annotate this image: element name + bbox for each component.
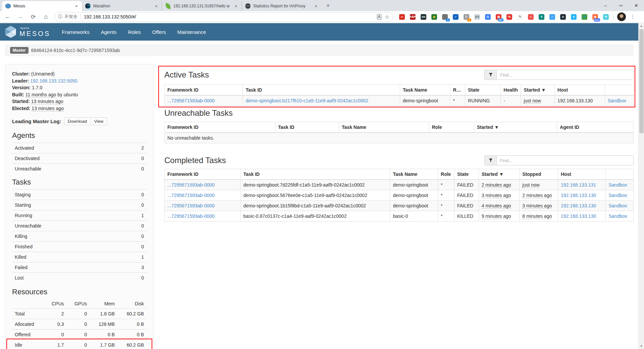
extension-icon[interactable]: ✓: [549, 14, 555, 20]
scroll-up-icon[interactable]: [639, 23, 644, 29]
column-header[interactable]: Role: [429, 122, 474, 133]
column-header[interactable]: Agent ID: [557, 122, 634, 133]
extension-icon[interactable]: G: [485, 14, 491, 20]
column-header[interactable]: Task ID: [243, 85, 400, 96]
column-header[interactable]: State: [465, 85, 501, 96]
extension-icon[interactable]: ➤: [571, 14, 577, 20]
column-header[interactable]: Stopped: [520, 169, 558, 180]
column-header[interactable]: [606, 169, 634, 180]
task-name-cell: demo-springboot: [390, 190, 438, 201]
extension-icon[interactable]: C 1: [464, 14, 469, 20]
extension-icon[interactable]: ≡: [528, 14, 534, 20]
column-header[interactable]: Framework ID: [165, 85, 243, 96]
window-maximize-button[interactable]: [613, 0, 629, 11]
back-button[interactable]: [3, 12, 13, 22]
address-bar[interactable]: 不安全 192.168.133.132:5050/#/: [54, 12, 393, 21]
host-link[interactable]: 192.168.133.131: [561, 182, 596, 188]
sandbox-link[interactable]: Sandbox: [608, 213, 627, 219]
page-scrollbar[interactable]: [638, 23, 644, 349]
host-link[interactable]: 192.168.133.130: [561, 213, 596, 219]
column-header[interactable]: Framework ID: [165, 169, 240, 180]
log-button[interactable]: View: [91, 117, 107, 125]
column-header[interactable]: Task ID: [275, 122, 339, 133]
browser-tab[interactable]: Marathon: [82, 1, 162, 11]
tab-close-icon[interactable]: [154, 3, 159, 9]
host-link[interactable]: 192.168.133.130: [561, 203, 596, 208]
profile-avatar[interactable]: [617, 12, 626, 21]
bookmark-star-icon[interactable]: [385, 14, 389, 20]
completed-find-input[interactable]: [496, 155, 634, 165]
column-header[interactable]: Started ▼: [474, 122, 557, 133]
extension-icon[interactable]: S: [539, 14, 544, 20]
extension-icon[interactable]: ✓: [453, 14, 459, 20]
framework-id-link[interactable]: ...7295671593ab-0000: [167, 193, 215, 198]
site-info-icon[interactable]: [58, 14, 62, 20]
extension-icon[interactable]: ∞: [399, 14, 405, 20]
extension-icon[interactable]: ▦ 99+: [496, 14, 501, 20]
extension-icon[interactable]: 1: [442, 14, 448, 20]
column-header[interactable]: Role: [438, 169, 454, 180]
column-header[interactable]: Started ▼: [479, 169, 520, 180]
translate-icon[interactable]: [377, 14, 381, 20]
reload-button[interactable]: [28, 12, 38, 22]
sandbox-link[interactable]: Sandbox: [608, 193, 627, 198]
extension-icon[interactable]: ABP: [410, 14, 416, 20]
browser-tab[interactable]: Mesos: [2, 1, 82, 11]
framework-id-link[interactable]: ...7295671593ab-0000: [167, 182, 215, 188]
extension-icon[interactable]: ◉ New: [592, 14, 598, 20]
framework-id-link[interactable]: ...7295671593ab-0000: [167, 203, 215, 208]
column-header[interactable]: Framework ID: [165, 122, 275, 133]
extension-icon[interactable]: ✎: [517, 14, 523, 20]
sandbox-link[interactable]: Sandbox: [608, 182, 627, 188]
extension-icon[interactable]: ◆: [431, 14, 437, 20]
forward-button[interactable]: [15, 12, 25, 22]
navbar-item[interactable]: Roles: [128, 29, 141, 35]
column-header[interactable]: Task Name: [400, 85, 450, 96]
browser-tab[interactable]: Statistics Report for HAProxy: [241, 1, 321, 11]
host-link[interactable]: 192.168.133.130: [561, 193, 596, 198]
window-minimize-button[interactable]: [598, 0, 613, 11]
column-header[interactable]: Started ▼: [521, 85, 555, 96]
framework-id-link[interactable]: ...7295671593ab-0000: [167, 98, 215, 103]
sandbox-link[interactable]: Sandbox: [608, 98, 626, 103]
column-header[interactable]: [605, 85, 633, 96]
new-tab-button[interactable]: [323, 1, 333, 10]
navbar-item[interactable]: Offers: [152, 29, 166, 35]
host-cell: 192.168.133.130: [555, 95, 605, 106]
tab-close-icon[interactable]: [313, 3, 319, 9]
column-header[interactable]: Role: [450, 85, 465, 96]
column-header[interactable]: Health: [501, 85, 521, 96]
state-cell: RUNNING: [465, 95, 501, 106]
navbar-item[interactable]: Agents: [101, 29, 117, 35]
scrollbar-thumb[interactable]: [639, 29, 644, 133]
mesos-brand[interactable]: Apache MESOS: [5, 26, 50, 38]
navbar-item[interactable]: Frameworks: [62, 29, 90, 35]
extension-icon[interactable]: ❋: [603, 14, 609, 20]
navbar-item[interactable]: Maintenance: [177, 29, 206, 35]
window-close-button[interactable]: [629, 0, 644, 11]
extension-icon[interactable]: ▼: [582, 14, 587, 20]
log-button[interactable]: Download: [64, 117, 91, 125]
sandbox-link[interactable]: Sandbox: [608, 203, 627, 208]
active-find-input[interactable]: [496, 70, 634, 80]
extension-icon[interactable]: %: [506, 14, 512, 20]
extension-icon[interactable]: e: [560, 14, 566, 20]
filter-button[interactable]: [484, 155, 496, 165]
tab-close-icon[interactable]: [74, 3, 79, 9]
task-id-link[interactable]: demo-springboot.b217f610-c1a5-11e9-aaf9-…: [246, 98, 368, 103]
leader-link[interactable]: 192.168.133.132:5050: [30, 78, 77, 84]
column-header[interactable]: Task ID: [240, 169, 390, 180]
browser-tab[interactable]: 192.168.133.131:31657/hello w: [162, 1, 241, 11]
column-header[interactable]: Host: [555, 85, 605, 96]
column-header[interactable]: State: [454, 169, 479, 180]
column-header[interactable]: Task Name: [390, 169, 438, 180]
browser-menu-icon[interactable]: [629, 13, 637, 21]
framework-id-link[interactable]: ...7295671593ab-0000: [167, 213, 215, 219]
home-button[interactable]: [41, 12, 51, 22]
extension-icon[interactable]: (=): [474, 14, 480, 20]
column-header[interactable]: Host: [558, 169, 606, 180]
tab-close-icon[interactable]: [233, 3, 239, 9]
column-header[interactable]: Task Name: [339, 122, 429, 133]
extension-icon[interactable]: oo: [421, 14, 426, 20]
filter-button[interactable]: [484, 70, 496, 80]
